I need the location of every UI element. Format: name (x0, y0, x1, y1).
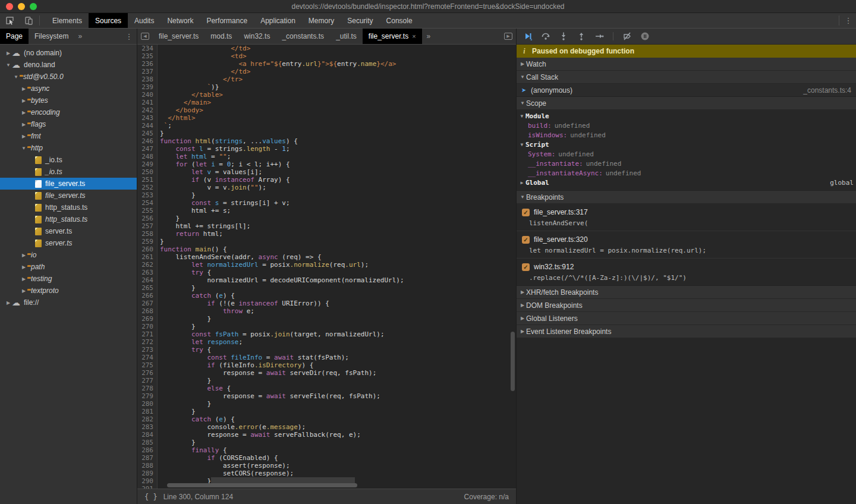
main-tab-performance[interactable]: Performance (200, 13, 254, 28)
scope-group[interactable]: ▶Globalglobal (517, 178, 856, 188)
line-number[interactable]: 270 (137, 323, 158, 330)
line-number[interactable]: 247 (137, 145, 158, 153)
breakpoint-checkbox[interactable]: ✓ (522, 236, 530, 244)
scope-property[interactable]: isWindows:undefined (517, 131, 856, 140)
step-over-icon[interactable] (538, 30, 553, 43)
main-tab-security[interactable]: Security (341, 13, 379, 28)
section-event-listener-breakpoints[interactable]: ▶Event Listener Breakpoints (517, 325, 856, 338)
line-number[interactable]: 251 (137, 176, 158, 184)
main-tab-application[interactable]: Application (254, 13, 302, 28)
breakpoint-entry[interactable]: ✓file_server.ts:320let normalizedUrl = p… (517, 231, 856, 259)
line-number[interactable]: 273 (137, 346, 158, 354)
chevron-right-icon[interactable]: ▶ (20, 288, 27, 294)
call-stack-frame[interactable]: ➤ (anonymous) _constants.ts:4 (517, 84, 856, 97)
chevron-right-icon[interactable]: ▶ (20, 253, 27, 258)
line-number[interactable]: 243 (137, 114, 158, 122)
main-tab-elements[interactable]: Elements (46, 13, 89, 28)
chevron-right-icon[interactable]: ▶ (20, 122, 27, 127)
editor-tab-win32.ts[interactable]: win32.ts (238, 29, 276, 44)
chevron-right-icon[interactable]: ▶ (20, 98, 27, 103)
line-number[interactable]: 254 (137, 199, 158, 207)
line-number[interactable]: 263 (137, 269, 158, 276)
tree-item[interactable]: _io.ts (0, 166, 137, 178)
line-number[interactable]: 261 (137, 253, 158, 261)
more-options-icon[interactable]: ⋮ (841, 13, 856, 28)
line-number[interactable]: 284 (137, 431, 158, 439)
line-number[interactable]: 291 (137, 485, 158, 489)
line-number[interactable]: 256 (137, 215, 158, 222)
tree-item[interactable]: ▶async (0, 83, 137, 94)
scope-property[interactable]: __instantiate:undefined (517, 159, 856, 169)
line-number[interactable]: 260 (137, 245, 158, 253)
line-number[interactable]: 269 (137, 315, 158, 323)
tree-item[interactable]: server.ts (0, 237, 137, 249)
scope-property[interactable]: System:undefined (517, 150, 856, 159)
section-global-listeners[interactable]: ▶Global Listeners (517, 312, 856, 325)
line-number[interactable]: 234 (137, 45, 158, 52)
scope-group[interactable]: ▼Module (517, 112, 856, 121)
line-number[interactable]: 281 (137, 408, 158, 415)
scope-group[interactable]: ▼Script (517, 140, 856, 150)
show-debugger-icon[interactable]: ▶ (501, 29, 516, 44)
line-number[interactable]: 258 (137, 230, 158, 238)
line-number[interactable]: 249 (137, 160, 158, 168)
chevron-right-icon[interactable]: ▶ (20, 110, 27, 115)
editor-tab-_util.ts[interactable]: _util.ts (330, 29, 363, 44)
chevron-down-icon[interactable]: ▼ (518, 112, 525, 121)
scope-property[interactable]: build:undefined (517, 121, 856, 131)
line-number[interactable]: 241 (137, 99, 158, 106)
pause-on-exceptions-icon[interactable] (637, 30, 653, 43)
section-breakpoints[interactable]: ▼ Breakpoints (517, 191, 856, 204)
editor-vertical-scrollbar[interactable] (511, 332, 515, 391)
line-number[interactable]: 262 (137, 261, 158, 269)
line-number[interactable]: 248 (137, 153, 158, 160)
chevron-right-icon[interactable]: ▶ (518, 178, 525, 188)
breakpoint-entry[interactable]: ✓win32.ts:912.replace(/^\/*([A-Za-z]:)(\… (517, 259, 856, 285)
tree-item[interactable]: file_server.ts (0, 178, 137, 190)
tree-item[interactable]: ▶☁(no domain) (0, 47, 137, 59)
code-editor[interactable]: 234 </td>235 <td>236 <a href="${entry.ur… (137, 45, 516, 489)
tab-filesystem[interactable]: Filesystem (29, 29, 74, 44)
chevron-right-icon[interactable]: ▶ (20, 134, 27, 139)
tree-item[interactable]: ▶fmt (0, 130, 137, 142)
section-dom-breakpoints[interactable]: ▶DOM Breakpoints (517, 299, 856, 312)
line-number[interactable]: 237 (137, 68, 158, 75)
navigator-more-options-icon[interactable]: ⋮ (121, 29, 137, 44)
tree-item[interactable]: ▶bytes (0, 94, 137, 106)
tree-item[interactable]: ▶☁file:// (0, 297, 137, 308)
line-number[interactable]: 236 (137, 60, 158, 68)
section-xhr-fetch-breakpoints[interactable]: ▶XHR/fetch Breakpoints (517, 286, 856, 299)
line-number[interactable]: 280 (137, 400, 158, 408)
line-number[interactable]: 266 (137, 292, 158, 300)
main-tab-console[interactable]: Console (380, 13, 419, 28)
tab-page[interactable]: Page (0, 29, 29, 44)
step-into-icon[interactable] (556, 30, 571, 43)
editor-tab-file_server.ts[interactable]: file_server.ts (153, 29, 204, 44)
chevron-down-icon[interactable]: ▼ (12, 74, 20, 80)
main-tab-memory[interactable]: Memory (302, 13, 341, 28)
chevron-right-icon[interactable]: ▶ (5, 51, 12, 56)
line-number[interactable]: 279 (137, 392, 158, 400)
tree-item[interactable]: ▶flags (0, 118, 137, 130)
section-call-stack[interactable]: ▼ Call Stack (517, 71, 856, 84)
line-number[interactable]: 283 (137, 423, 158, 431)
line-number[interactable]: 245 (137, 130, 158, 137)
chevron-right-icon[interactable]: ▶ (20, 264, 27, 270)
line-number[interactable]: 253 (137, 191, 158, 199)
main-tab-audits[interactable]: Audits (128, 13, 160, 28)
tree-item[interactable]: ▶path (0, 261, 137, 273)
pretty-print-icon[interactable]: { } (137, 493, 163, 501)
step-icon[interactable] (591, 30, 607, 43)
resume-script-icon[interactable] (520, 30, 536, 43)
line-number[interactable]: 268 (137, 307, 158, 315)
main-tab-sources[interactable]: Sources (89, 13, 128, 28)
line-number[interactable]: 272 (137, 338, 158, 346)
chevron-right-icon[interactable]: ▶ (20, 276, 27, 282)
line-number[interactable]: 239 (137, 83, 158, 91)
breakpoint-checkbox[interactable]: ✓ (522, 263, 530, 271)
line-number[interactable]: 275 (137, 361, 158, 369)
line-number[interactable]: 235 (137, 52, 158, 60)
breakpoint-checkbox[interactable]: ✓ (522, 209, 530, 216)
tree-item[interactable]: server.ts (0, 225, 137, 237)
line-number[interactable]: 250 (137, 168, 158, 176)
